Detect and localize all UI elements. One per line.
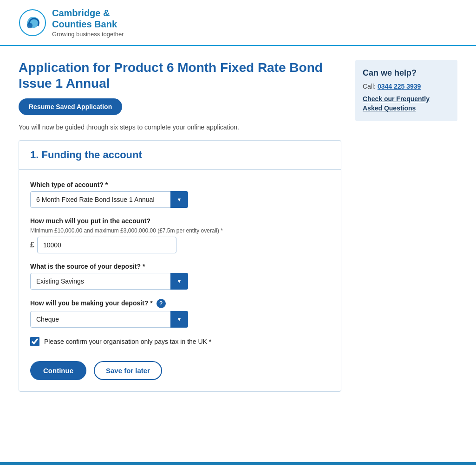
form-card-body: Which type of account? * 6 Month Fixed R… [19, 170, 341, 391]
resume-saved-application-button[interactable]: Resume Saved Application [19, 98, 122, 115]
amount-input-wrapper: £ [30, 237, 330, 253]
bank-logo-icon [19, 9, 46, 37]
continue-button[interactable]: Continue [30, 361, 86, 380]
account-type-select-wrapper: 6 Month Fixed Rate Bond Issue 1 Annual 1… [30, 191, 188, 208]
form-card-header: 1. Funding the account [19, 141, 341, 170]
deposit-source-select[interactable]: Existing Savings Salary/Wages Investment… [30, 273, 188, 290]
right-column: Can we help? Call: 0344 225 3939 Check o… [355, 60, 457, 392]
tax-confirm-label[interactable]: Please confirm your organisation only pa… [44, 338, 211, 345]
account-type-select[interactable]: 6 Month Fixed Rate Bond Issue 1 Annual 1… [30, 191, 188, 208]
guide-text: You will now be guided through six steps… [19, 123, 341, 131]
help-box: Can we help? Call: 0344 225 3939 Check o… [355, 60, 457, 121]
amount-input[interactable] [37, 237, 176, 253]
bank-tagline: Growing business together [52, 31, 124, 38]
section-heading: 1. Funding the account [30, 149, 330, 161]
deposit-method-label: How will you be making your deposit? * ? [30, 299, 330, 308]
tax-confirm-group: Please confirm your organisation only pa… [30, 337, 330, 346]
logo-text: Cambridge & Counties Bank Growing busine… [52, 7, 124, 38]
help-phone-link[interactable]: 0344 225 3939 [378, 83, 421, 90]
left-column: Application for Product 6 Month Fixed Ra… [19, 60, 341, 392]
deposit-source-select-wrapper: Existing Savings Salary/Wages Investment… [30, 273, 188, 290]
deposit-method-help-icon[interactable]: ? [156, 299, 166, 308]
main-content: Application for Product 6 Month Fixed Ra… [0, 46, 476, 406]
deposit-source-label: What is the source of your deposit? * [30, 263, 330, 270]
svg-point-1 [27, 23, 33, 28]
account-type-group: Which type of account? * 6 Month Fixed R… [30, 181, 330, 208]
deposit-method-select[interactable]: Cheque Bank Transfer BACS CHAPS [30, 311, 188, 328]
account-type-label: Which type of account? * [30, 181, 330, 188]
amount-label: How much will you put in the account? [30, 217, 330, 225]
deposit-method-group: How will you be making your deposit? * ?… [30, 299, 330, 328]
logo-container: Cambridge & Counties Bank Growing busine… [19, 7, 124, 38]
amount-sublabel: Minimum £10,000.00 and maximum £3,000,00… [30, 227, 330, 234]
action-buttons: Continue Save for later [30, 357, 330, 380]
tax-confirm-checkbox[interactable] [30, 337, 39, 346]
site-header: Cambridge & Counties Bank Growing busine… [0, 0, 476, 46]
page-title: Application for Product 6 Month Fixed Ra… [19, 60, 341, 91]
funding-form-card: 1. Funding the account Which type of acc… [19, 140, 341, 392]
amount-group: How much will you put in the account? Mi… [30, 217, 330, 253]
deposit-method-select-wrapper: Cheque Bank Transfer BACS CHAPS [30, 311, 188, 328]
help-box-call: Call: 0344 225 3939 [363, 83, 450, 90]
save-for-later-button[interactable]: Save for later [94, 361, 162, 380]
bank-name: Cambridge & Counties Bank [52, 7, 124, 30]
faq-link[interactable]: Check our Frequently Asked Questions [363, 95, 430, 112]
help-box-faq: Check our Frequently Asked Questions [363, 95, 450, 113]
help-box-title: Can we help? [363, 68, 450, 78]
currency-symbol: £ [30, 241, 34, 249]
deposit-source-group: What is the source of your deposit? * Ex… [30, 263, 330, 290]
